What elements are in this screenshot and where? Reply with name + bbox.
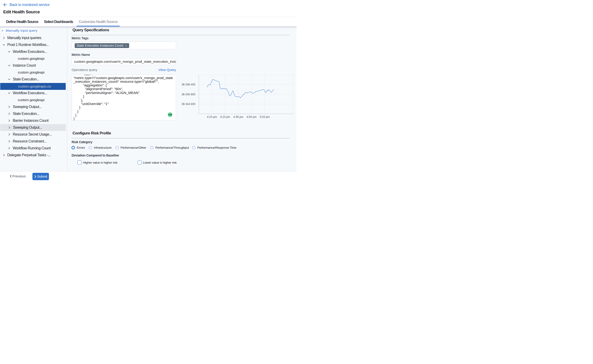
svg-text:4:10 pm: 4:10 pm bbox=[207, 115, 217, 119]
svg-text:4:36 pm: 4:36 pm bbox=[233, 115, 243, 119]
svg-text:4:50 pm: 4:50 pm bbox=[247, 115, 256, 119]
svg-text:4:23 pm: 4:23 pm bbox=[220, 115, 230, 119]
svg-text:36 045 600: 36 045 600 bbox=[182, 93, 195, 96]
svg-text:5:03 pm: 5:03 pm bbox=[260, 115, 270, 119]
svg-text:36 044 800: 36 044 800 bbox=[182, 103, 195, 106]
svg-text:36 046 400: 36 046 400 bbox=[182, 83, 195, 86]
